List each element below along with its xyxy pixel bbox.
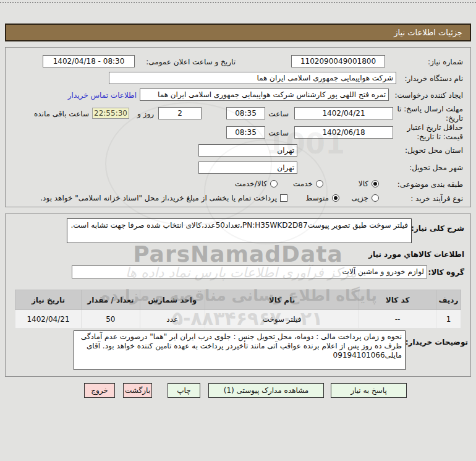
price-validity-date-field[interactable]: 1402/06/18 <box>294 126 393 139</box>
action-buttons-row: پاسخ به نیاز مشاهده مدارک پیوستی (1) چاپ… <box>84 383 407 398</box>
classification-label: طبقه بندی موضوعی: <box>397 180 463 189</box>
goods-group-label: گروه کالا: <box>428 268 464 277</box>
cell-need-date: 1402/04/21 <box>15 310 82 329</box>
city-field[interactable]: تهران <box>198 162 297 174</box>
radio-goods-service-label: کالا/خدمت <box>235 179 267 188</box>
remaining-days-field[interactable]: 2 <box>158 107 202 119</box>
checkbox-unchecked-icon[interactable] <box>280 194 287 202</box>
buyer-notes-field[interactable]: نحوه و زمان پرداخت مالی : دوماه، محل تحو… <box>74 330 406 370</box>
col-quantity: تعداد / مقدار <box>81 290 140 310</box>
process-type-label: نوع فرآیند خرید : <box>410 194 463 203</box>
reply-to-need-button[interactable]: پاسخ به نیاز <box>331 383 407 398</box>
remaining-days-label: روز و <box>137 110 154 118</box>
buyer-contact-link[interactable]: اطلاعات تماس خریدار <box>68 91 137 100</box>
goods-section-heading: اطلاعات کالاهاي مورد نیاز <box>368 250 464 259</box>
col-unit: واحد شمارش <box>140 290 205 310</box>
back-button[interactable]: بازگشت <box>123 383 152 398</box>
radio-on-icon[interactable] <box>332 194 339 202</box>
radio-off-icon[interactable] <box>372 194 379 202</box>
reply-deadline-hour-label: ساعت <box>268 110 289 118</box>
treasury-checkbox-label: پرداخت تمام یا بخشی از مبلغ خرید،از محل … <box>40 194 277 202</box>
reply-deadline-date-field[interactable]: 1402/04/21 <box>294 107 393 119</box>
exit-button[interactable]: خروج <box>84 383 115 398</box>
announce-datetime-label: تاریخ و ساعت اعلان عمومی: <box>146 58 236 66</box>
goods-info-panel: شرح کلی نیاز: فیلتر سوخت طبق تصویر پیوست… <box>5 213 471 377</box>
reply-deadline-label-2: تاریخ: <box>446 114 463 123</box>
radio-medium-label: متوسط <box>305 194 329 202</box>
cell-item-name: فیلتر سوخت <box>205 310 359 329</box>
table-row[interactable]: 1 -- فیلتر سوخت عدد 50 1402/04/21 <box>15 310 461 329</box>
request-creator-field[interactable]: ثمره فتح اللهی پور کارشناس شرکت هواپیمای… <box>140 88 389 101</box>
radio-partial[interactable]: جزیی <box>352 194 379 202</box>
radio-service-label: خدمت <box>293 179 313 188</box>
page-title: جزئیات اطلاعات نیاز <box>5 24 471 41</box>
city-label: شهر محل تحویل: <box>409 163 463 172</box>
need-number-label: شماره نیاز: <box>428 58 463 66</box>
radio-service[interactable]: خدمت <box>293 179 323 188</box>
need-description-field[interactable]: فیلتر سوخت طبق تصویر پیوستPN:H35WKD2D87،… <box>67 218 412 243</box>
goods-table-header-row: ردیف کد کالا نام کالا واحد شمارش تعداد /… <box>15 290 461 310</box>
goods-table: ردیف کد کالا نام کالا واحد شمارش تعداد /… <box>15 290 461 329</box>
cell-row-number: 1 <box>436 310 461 329</box>
col-item-name: نام کالا <box>205 290 359 310</box>
province-field[interactable]: تهران <box>198 144 297 157</box>
reply-deadline-label-1: مهلت ارسال پاسخ: تا <box>397 105 463 113</box>
radio-goods-service[interactable]: کالا/خدمت <box>235 179 278 188</box>
goods-group-field[interactable]: لوازم خودرو و ماشین آلات <box>72 265 427 278</box>
cell-quantity: 50 <box>81 310 140 329</box>
province-label: استان محل تحویل: <box>405 146 463 155</box>
buyer-org-field[interactable]: شرکت هواپیمایی جمهوری اسلامی ایران هما <box>109 72 396 84</box>
col-need-date: تاریخ نیاز <box>15 290 82 310</box>
view-attachments-button[interactable]: مشاهده مدارک پیوستی (1) <box>208 383 324 398</box>
price-validity-hour-label: ساعت <box>268 129 289 137</box>
radio-goods[interactable]: کالا <box>359 179 379 188</box>
cell-item-code: -- <box>359 310 436 329</box>
price-validity-label-1: حداقل تاریخ اعتبار <box>407 123 463 132</box>
request-creator-label: ایجاد کننده درخواست: <box>394 91 463 100</box>
radio-partial-label: جزیی <box>352 194 368 202</box>
buyer-org-label: نام دستگاه خریدار: <box>405 74 464 83</box>
radio-medium[interactable]: متوسط <box>305 194 339 202</box>
col-item-code: کد کالا <box>359 290 436 310</box>
need-description-label: شرح کلی نیاز: <box>411 224 464 233</box>
radio-off-icon[interactable] <box>270 180 278 187</box>
reply-deadline-time-field[interactable]: 08:35 <box>226 107 265 119</box>
cell-unit: عدد <box>140 310 205 329</box>
price-validity-label-2: قیمت: تا تاریخ: <box>417 132 463 141</box>
remaining-time-label: ساعت باقی مانده <box>34 110 89 118</box>
radio-on-icon[interactable] <box>372 180 379 187</box>
radio-goods-label: کالا <box>359 179 368 188</box>
print-button[interactable]: چاپ <box>168 383 200 398</box>
price-validity-time-field[interactable]: 08:35 <box>226 126 265 139</box>
treasury-checkbox-group[interactable]: پرداخت تمام یا بخشی از مبلغ خرید،از محل … <box>40 194 287 202</box>
need-number-field[interactable]: 1102090049001800 <box>291 55 385 67</box>
need-info-panel: شماره نیاز: 1102090049001800 تاریخ و ساع… <box>5 47 471 207</box>
need-details-page: { "title_bar": "جزئیات اطلاعات نیاز", "f… <box>0 0 476 461</box>
top-dotted-divider <box>0 2 476 3</box>
col-row-number: ردیف <box>436 290 461 310</box>
radio-off-icon[interactable] <box>316 180 323 187</box>
announce-datetime-field[interactable]: 1402/04/18 - 08:30 <box>43 55 135 67</box>
buyer-notes-label: توضیحات خریدار: <box>406 338 468 347</box>
remaining-time-box: 22:55:30 <box>92 108 129 119</box>
